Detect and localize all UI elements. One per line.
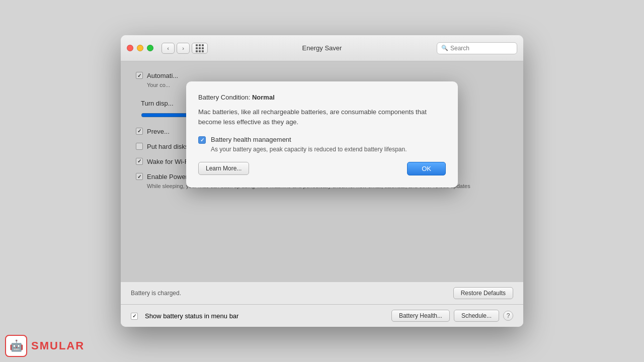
watermark-text: SMULAR (31, 339, 85, 352)
health-management-sublabel: As your battery ages, peak capacity is r… (211, 145, 446, 154)
modal-footer: Learn More... OK (198, 162, 446, 175)
help-button[interactable]: ? (503, 311, 513, 321)
condition-value: Normal (252, 94, 275, 101)
health-management-label: Battery health management (211, 136, 446, 143)
minimize-button[interactable] (137, 45, 143, 51)
ok-button[interactable]: OK (407, 162, 446, 175)
grid-icon (196, 44, 204, 52)
restore-defaults-button[interactable]: Restore Defaults (453, 287, 513, 299)
main-window: ‹ › Energy Saver 🔍 Automati... Your co..… (121, 35, 523, 327)
health-management-content: Battery health management As your batter… (211, 136, 446, 154)
back-button[interactable]: ‹ (162, 43, 175, 54)
modal-overlay: Battery Condition: Normal Mac batteries,… (121, 61, 523, 282)
condition-label: Battery Condition: (198, 94, 250, 101)
watermark-icon: 🤖 (5, 335, 27, 357)
footer-left: Show battery status in menu bar (131, 312, 238, 320)
titlebar: ‹ › Energy Saver 🔍 (121, 35, 523, 61)
close-button[interactable] (127, 45, 133, 51)
bottom-bar: Battery is charged. Restore Defaults (121, 282, 523, 304)
battery-health-modal: Battery Condition: Normal Mac batteries,… (186, 81, 458, 188)
forward-button[interactable]: › (177, 43, 190, 54)
battery-health-button[interactable]: Battery Health... (391, 310, 450, 322)
maximize-button[interactable] (147, 45, 153, 51)
show-battery-checkbox[interactable] (131, 313, 138, 320)
search-input[interactable] (450, 45, 513, 52)
learn-more-button[interactable]: Learn More... (198, 162, 249, 175)
content-area: Automati... Your co... Turn disp... hrs … (121, 61, 523, 282)
show-battery-label: Show battery status in menu bar (145, 312, 238, 320)
health-management-row: Battery health management As your batter… (198, 136, 446, 154)
grid-button[interactable] (192, 43, 208, 54)
traffic-lights (127, 45, 153, 51)
footer-bar: Show battery status in menu bar Battery … (121, 304, 523, 327)
nav-buttons: ‹ › (162, 43, 190, 54)
search-box[interactable]: 🔍 (437, 42, 517, 54)
battery-description: Mac batteries, like all rechargeable bat… (198, 107, 446, 127)
battery-status: Battery is charged. (131, 290, 181, 297)
watermark: 🤖 SMULAR (5, 335, 85, 357)
window-title: Energy Saver (302, 44, 342, 52)
search-icon: 🔍 (441, 45, 448, 51)
health-management-checkbox[interactable] (198, 136, 206, 144)
footer-right: Battery Health... Schedule... ? (391, 310, 513, 322)
battery-condition-row: Battery Condition: Normal (198, 94, 446, 101)
schedule-button[interactable]: Schedule... (454, 310, 499, 322)
